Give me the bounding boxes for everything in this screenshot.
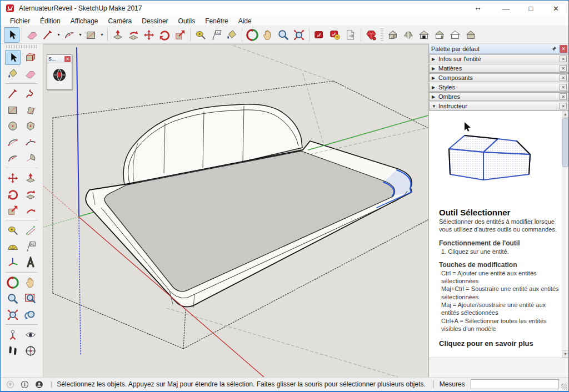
menu-item-aide[interactable]: Aide: [233, 16, 257, 26]
zoom-tool-button[interactable]: [5, 291, 21, 306]
scale-tool-button[interactable]: [5, 203, 21, 218]
polygon-tool-button[interactable]: [23, 118, 38, 133]
palette-section-ombres[interactable]: ▶Ombres✕: [429, 92, 569, 101]
line-tool-button[interactable]: [5, 86, 21, 101]
zoom-window-tool-button[interactable]: [23, 291, 38, 306]
measures-input[interactable]: [471, 379, 560, 389]
add-location-button[interactable]: [50, 66, 69, 84]
scroll-up-icon[interactable]: ▲: [562, 110, 569, 118]
freehand-tool-button[interactable]: [23, 86, 38, 101]
push-pull-tool-button[interactable]: [23, 170, 38, 185]
palette-section-composants[interactable]: ▶Composants✕: [429, 73, 569, 82]
extension-warehouse-tool-button[interactable]: [327, 27, 343, 43]
palette-close-button[interactable]: ✕: [560, 45, 567, 53]
palette-section-infos-sur-l-entite[interactable]: ▶Infos sur l'entité✕: [429, 54, 569, 63]
view-back-tool-button[interactable]: [447, 27, 463, 43]
follow-me-tool-button[interactable]: [126, 27, 141, 43]
eraser-tool-button[interactable]: [23, 66, 38, 81]
orbit-tool-button[interactable]: [5, 275, 21, 290]
view-right-tool-button[interactable]: [432, 27, 447, 43]
view-front-tool-button[interactable]: [416, 27, 432, 43]
menu-item-dessiner[interactable]: Dessiner: [137, 16, 173, 26]
resize-grip[interactable]: [561, 384, 567, 390]
tape-measure-tool-button[interactable]: [193, 27, 208, 43]
pan-tool-button[interactable]: [260, 27, 276, 43]
viewport-canvas[interactable]: [43, 44, 428, 378]
model-viewport[interactable]: S... ✕: [43, 44, 428, 377]
rotate-tool-button[interactable]: [157, 27, 172, 43]
palette-section-styles[interactable]: ▶Styles✕: [429, 83, 569, 92]
scroll-down-icon[interactable]: ▼: [562, 350, 569, 358]
line-dropdown-arrow[interactable]: ▾: [56, 27, 62, 43]
floating-toolbar-close-button[interactable]: ✕: [64, 56, 71, 62]
zoom-tool-button[interactable]: [276, 27, 291, 43]
sign-in-button[interactable]: [34, 380, 44, 389]
walk-tool-button[interactable]: [5, 343, 21, 358]
move-tool-button[interactable]: [141, 27, 157, 43]
position-camera-tool-button[interactable]: [5, 327, 21, 342]
maximize-button[interactable]: □: [518, 1, 543, 16]
close-button[interactable]: ✕: [543, 1, 568, 16]
pan-tool-button[interactable]: [23, 275, 38, 290]
orbit-tool-button[interactable]: [244, 27, 260, 43]
rotate-tool-button[interactable]: [5, 187, 21, 202]
menu-item-fichier[interactable]: Fichier: [5, 16, 35, 26]
menu-item-affichage[interactable]: Affichage: [66, 16, 103, 26]
rectangle-dropdown-arrow[interactable]: ▾: [99, 27, 105, 43]
menu-item-fenetre[interactable]: Fenêtre: [200, 16, 233, 26]
zoom-extents-tool-button[interactable]: [291, 27, 307, 43]
scrollbar-thumb[interactable]: [562, 118, 568, 167]
view-iso-tool-button[interactable]: [385, 27, 401, 43]
view-left-tool-button[interactable]: [463, 27, 478, 43]
eraser-tool-button[interactable]: [24, 27, 40, 43]
rotated-rectangle-tool-button[interactable]: [23, 102, 38, 117]
arc-dropdown-arrow[interactable]: ▾: [77, 27, 83, 43]
floating-toolbar[interactable]: S... ✕: [47, 54, 72, 90]
section-close-button[interactable]: ✕: [560, 74, 567, 81]
offset-tool-button[interactable]: [23, 203, 38, 218]
section-plane-tool-button[interactable]: [23, 343, 38, 358]
arc-2pt-tool-button[interactable]: [5, 134, 21, 149]
zoom-extents-tool-button[interactable]: [5, 307, 21, 322]
view-top-tool-button[interactable]: [401, 27, 416, 43]
instructor-more-link[interactable]: Cliquez pour en savoir plus: [439, 339, 561, 348]
select-tool-button[interactable]: [4, 27, 19, 43]
geolocation-status-button[interactable]: [6, 380, 15, 389]
paint-bucket-tool-button[interactable]: [5, 66, 21, 81]
floating-toolbar-titlebar[interactable]: S... ✕: [47, 55, 72, 63]
arc-tool-button[interactable]: [62, 27, 77, 43]
toolbar-grip[interactable]: [6, 45, 37, 48]
styles-gem-tool-button[interactable]: [363, 27, 379, 43]
circle-tool-button[interactable]: [5, 118, 21, 133]
line-tool-button[interactable]: [40, 27, 56, 43]
3d-warehouse-tool-button[interactable]: [312, 27, 327, 43]
paint-bucket-tool-button[interactable]: [224, 27, 239, 43]
section-close-button[interactable]: ✕: [560, 56, 567, 62]
rectangle-tool-button[interactable]: [5, 102, 21, 117]
look-around-tool-button[interactable]: [23, 327, 38, 342]
share-model-tool-button[interactable]: [343, 27, 358, 43]
make-component-tool-button[interactable]: [23, 50, 38, 65]
previous-tool-button[interactable]: [23, 307, 38, 322]
push-pull-tool-button[interactable]: [110, 27, 126, 43]
pie-tool-button[interactable]: [23, 150, 38, 165]
text-tool-button[interactable]: A1: [23, 239, 38, 254]
section-close-button[interactable]: ✕: [560, 103, 567, 109]
move-tool-button[interactable]: [5, 170, 21, 185]
section-close-button[interactable]: ✕: [560, 93, 567, 100]
palette-header[interactable]: Palette par défaut ✕: [429, 44, 569, 54]
palette-section-instructeur[interactable]: ▼Instructeur✕: [429, 102, 569, 110]
protractor-tool-button[interactable]: [5, 239, 21, 254]
pin-icon[interactable]: [550, 45, 558, 53]
menu-item-outils[interactable]: Outils: [173, 16, 201, 26]
text-tool-button[interactable]: A1: [208, 27, 224, 43]
menu-item-edition[interactable]: Édition: [35, 16, 66, 26]
rectangle-tool-button[interactable]: [83, 27, 99, 43]
menu-item-camera[interactable]: Caméra: [103, 16, 137, 26]
section-close-button[interactable]: ✕: [560, 65, 567, 72]
arc-3pt-tool-button[interactable]: [23, 134, 38, 149]
select-tool-button[interactable]: [5, 50, 21, 65]
toolbar-grip[interactable]: [381, 28, 383, 42]
axes-tool-button[interactable]: [5, 255, 21, 270]
3d-text-tool-button[interactable]: [23, 255, 38, 270]
